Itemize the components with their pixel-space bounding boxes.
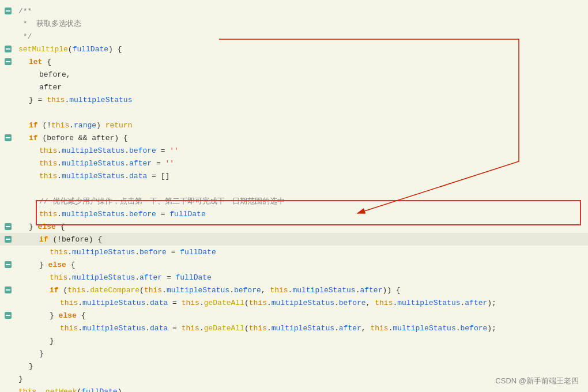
gutter-5[interactable] xyxy=(0,58,16,65)
line-text-6: before, xyxy=(16,70,588,79)
gutter-23[interactable] xyxy=(0,287,16,293)
code-line-21: } else { xyxy=(0,258,588,271)
code-line-3: */ xyxy=(0,30,588,43)
line-text-16: // 优化减少用户操作，点击第一下、第二下即可完成下一日期范围的选中 xyxy=(16,196,588,206)
gutter-11[interactable] xyxy=(0,134,16,141)
line-text-14: this.multipleStatus.data = [] xyxy=(16,172,588,180)
code-line-27: } xyxy=(0,334,588,347)
code-line-24: this.multipleStatus.data = this.geDateAl… xyxy=(0,296,588,309)
line-text-28: } xyxy=(16,349,588,358)
line-text-17: this.multipleStatus.before = fullDate xyxy=(16,210,588,218)
code-line-28: } xyxy=(0,347,588,360)
line-text-23: if (this.dateCompare(this.multipleStatus… xyxy=(16,286,588,295)
line-text-12: this.multipleStatus.before = '' xyxy=(16,146,588,155)
gutter-25[interactable] xyxy=(0,312,16,319)
line-text-11: if (before && after) { xyxy=(16,134,588,142)
code-line-7: after xyxy=(0,81,588,93)
code-line-6: before, xyxy=(0,68,588,81)
code-line-4: setMultiple(fullDate) { xyxy=(0,43,588,55)
line-text-5: let { xyxy=(16,58,588,66)
code-line-12: this.multipleStatus.before = '' xyxy=(0,144,588,157)
code-line-17: this.multipleStatus.before = fullDate xyxy=(0,208,588,220)
code-line-16: // 优化减少用户操作，点击第一下、第二下即可完成下一日期范围的选中 xyxy=(0,195,588,208)
line-text-13: this.multipleStatus.after = '' xyxy=(16,159,588,168)
gutter-1[interactable] xyxy=(0,7,16,14)
gutter-21[interactable] xyxy=(0,261,16,268)
line-text-7: after xyxy=(16,83,588,92)
line-text-9 xyxy=(16,108,588,117)
code-line-11: if (before && after) { xyxy=(0,131,588,144)
line-text-20: this.multipleStatus.before = fullDate xyxy=(16,248,588,257)
code-line-15 xyxy=(0,182,588,195)
line-text-19: if (!before) { xyxy=(16,235,588,244)
code-line-1: /** xyxy=(0,5,588,17)
line-text-26: this.multipleStatus.data = this.geDateAl… xyxy=(16,324,588,333)
code-line-14: this.multipleStatus.data = [] xyxy=(0,169,588,182)
gutter-19[interactable] xyxy=(0,236,16,243)
line-text-22: this.multipleStatus.after = fullDate xyxy=(16,273,588,282)
code-line-23: if (this.dateCompare(this.multipleStatus… xyxy=(0,284,588,296)
code-line-19: if (!before) { xyxy=(0,233,588,246)
code-line-13: this.multipleStatus.after = '' xyxy=(0,157,588,169)
code-line-26: this.multipleStatus.data = this.geDateAl… xyxy=(0,322,588,334)
line-text-24: this.multipleStatus.data = this.geDateAl… xyxy=(16,299,588,307)
gutter-18[interactable] xyxy=(0,223,16,230)
code-line-18: } else { xyxy=(0,220,588,233)
line-text-1: /** xyxy=(16,7,588,16)
line-text-31: this._getWeek(fullDate) xyxy=(16,387,588,393)
line-text-2: * 获取多选状态 xyxy=(16,18,588,29)
code-line-8: } = this.multipleStatus xyxy=(0,93,588,106)
code-line-2: * 获取多选状态 xyxy=(0,17,588,30)
code-line-9 xyxy=(0,106,588,119)
code-line-25: } else { xyxy=(0,309,588,322)
code-line-29: } xyxy=(0,360,588,372)
line-text-8: } = this.multipleStatus xyxy=(16,96,588,104)
code-line-10: if (!this.range) return xyxy=(0,119,588,131)
watermark: CSDN @新手前端王老四 xyxy=(495,376,579,386)
code-line-20: this.multipleStatus.before = fullDate xyxy=(0,246,588,258)
line-text-3: */ xyxy=(16,32,588,41)
line-text-25: } else { xyxy=(16,311,588,320)
code-line-5: let { xyxy=(0,55,588,68)
code-editor: /** * 获取多选状态 */ setMultiple(fullDate) { … xyxy=(0,0,588,392)
code-line-22: this.multipleStatus.after = fullDate xyxy=(0,271,588,284)
line-text-15 xyxy=(16,184,588,193)
line-text-18: } else { xyxy=(16,223,588,231)
line-text-21: } else { xyxy=(16,261,588,269)
line-text-29: } xyxy=(16,362,588,371)
line-text-4: setMultiple(fullDate) { xyxy=(16,45,588,54)
line-text-27: } xyxy=(16,337,588,345)
gutter-4[interactable] xyxy=(0,46,16,52)
line-text-10: if (!this.range) return xyxy=(16,121,588,130)
